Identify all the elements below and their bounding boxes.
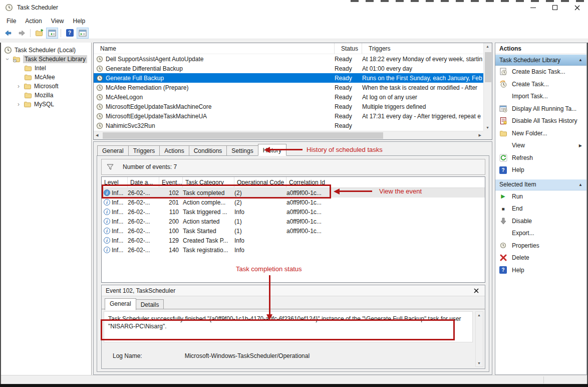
event-row[interactable]: Inf... 26-02-...140 Task registratio...I… [102,245,485,255]
scroll-down-icon[interactable] [486,126,489,129]
help-button[interactable] [64,28,76,39]
action-create-task[interactable]: Create Task... [495,78,586,91]
scrollbar-thumb[interactable] [485,52,491,82]
tab-settings[interactable]: Settings [226,145,258,156]
menu-action[interactable]: Action [21,16,46,26]
action-refresh[interactable]: Refresh [495,152,586,164]
tree-item-microsoft[interactable]: Microsoft [1,82,91,91]
event-row-selected[interactable]: Inf... 26-02-...102 Task completed(2) a0… [102,188,485,198]
event-detail-close-icon[interactable] [473,287,480,294]
menu-help[interactable]: Help [69,16,90,26]
show-console-tree-button[interactable] [46,28,58,39]
export-list-button[interactable] [33,28,45,39]
tree-item-mysql[interactable]: MySQL [1,100,91,109]
action-properties[interactable]: Properties [495,240,586,252]
task-clock-icon [96,75,103,82]
console-tree-panel: Task Scheduler (Local) Task Scheduler Li… [1,43,92,375]
action-disable-history[interactable]: Disable All Tasks History [495,115,586,127]
tree-item-mcafee[interactable]: McAfee [1,73,91,82]
scroll-down-icon[interactable] [477,361,481,365]
task-triggers: When the task is created or modified - A… [362,84,483,91]
tab-actions[interactable]: Actions [159,145,189,156]
minimize-button[interactable] [522,0,544,15]
action-new-folder[interactable]: New Folder... [495,127,586,140]
column-header-status[interactable]: Status [335,43,362,54]
action-run[interactable]: Run [495,190,586,203]
actions-section-library[interactable]: Task Scheduler Library [495,54,586,66]
forward-button[interactable] [16,28,28,39]
window-border-bottom [0,384,588,387]
tab-general[interactable]: General [97,145,129,156]
column-header-triggers[interactable]: Triggers [362,43,483,54]
event-row[interactable]: Inf... 26-02-...200 Action started(1) a0… [102,217,485,226]
close-button[interactable] [566,0,588,15]
action-export[interactable]: Export... [495,227,586,240]
action-end[interactable]: End [495,203,586,215]
history-tab-page: Number of events: 7 Level Date a... Even… [97,155,489,372]
chevron-expanded-icon[interactable] [5,57,10,62]
event-row[interactable]: Inf... 26-02-...129 Created Task P...Inf… [102,236,485,245]
chevron-collapsed-icon[interactable] [16,102,21,107]
collapse-icon[interactable] [578,182,582,187]
close-icon [574,5,580,11]
console-tree-icon [48,29,56,37]
task-row[interactable]: McAfee Remediation (Prepare) Ready When … [94,83,483,92]
tree-item-mozilla[interactable]: Mozilla [1,91,91,100]
action-help-selected[interactable]: Help [495,264,586,277]
scroll-up-icon[interactable] [486,45,489,48]
action-disable[interactable]: Disable [495,215,586,228]
action-view[interactable]: View [495,139,586,152]
tab-conditions[interactable]: Conditions [189,145,227,156]
back-button[interactable] [3,28,15,39]
scroll-right-icon[interactable] [479,133,481,137]
column-header-event-id[interactable]: Event... [159,177,183,187]
help-icon [66,29,74,37]
task-row[interactable]: Dell SupportAssistAgent AutoUpdate Ready… [94,54,483,64]
column-header-opcode[interactable]: Operational Code [234,177,286,187]
column-header-date[interactable]: Date a... [128,177,159,187]
task-list-horizontal-scrollbar[interactable] [94,131,483,139]
event-detail-scrollbar[interactable] [475,311,483,367]
action-help-library[interactable]: Help [495,164,586,176]
menu-file[interactable]: File [2,16,21,26]
collapse-icon[interactable] [578,58,582,62]
column-header-category[interactable]: Task Category [183,177,234,187]
task-row[interactable]: MicrosoftEdgeUpdateTaskMachineCore Ready… [94,102,483,111]
column-header-correlation[interactable]: Correlation Id [286,177,342,187]
scroll-left-icon[interactable] [96,133,98,137]
tab-history[interactable]: History [258,144,286,156]
column-header-level[interactable]: Level [102,177,128,187]
task-row[interactable]: McAfeeLogon Ready At log on of any user [94,92,483,102]
action-delete[interactable]: Delete [495,252,586,264]
tab-triggers[interactable]: Triggers [128,145,160,156]
task-row[interactable]: NahimicSvc32Run Ready [94,121,483,130]
show-action-pane-button[interactable] [77,28,89,39]
chevron-collapsed-icon[interactable] [16,84,21,89]
scrollbar-thumb[interactable] [103,132,383,139]
maximize-button[interactable] [544,0,566,15]
task-status: Ready [335,75,362,82]
scroll-up-icon[interactable] [477,313,481,317]
tree-item-intel[interactable]: Intel [1,64,91,73]
task-row[interactable]: Generate Differential Backup Ready At 01… [94,64,483,73]
info-icon [104,209,110,215]
column-header-name[interactable]: Name [94,43,335,54]
action-import-task[interactable]: Import Task... [495,90,586,103]
task-list-vertical-scrollbar[interactable] [483,43,492,131]
event-row[interactable]: Inf... 26-02-...201 Action comple...(2) … [102,198,485,207]
task-name: Dell SupportAssistAgent AutoUpdate [106,56,203,63]
menu-view[interactable]: View [47,16,69,26]
event-row[interactable]: Inf... 26-02-...100 Task Started(1) a0ff… [102,226,485,236]
event-row[interactable]: Inf... 26-02-...110 Task triggered ...In… [102,207,485,217]
event-detail-title-bar: Event 102, TaskScheduler [102,285,485,296]
action-create-basic-task[interactable]: Create Basic Task... [495,66,586,78]
tree-item-root[interactable]: Task Scheduler (Local) [1,46,91,55]
task-row[interactable]: MicrosoftEdgeUpdateTaskMachineUA Ready A… [94,111,483,121]
tree-item-library[interactable]: Task Scheduler Library [1,55,91,64]
action-display-running[interactable]: Display All Running Ta... [495,103,586,115]
tab-event-general[interactable]: General [105,298,136,310]
no-icon [499,141,507,149]
actions-section-selected-item[interactable]: Selected Item [495,179,586,190]
task-row-selected[interactable]: Generate Full Backup Ready Runs on the F… [94,73,483,83]
task-clock-icon [96,56,103,63]
